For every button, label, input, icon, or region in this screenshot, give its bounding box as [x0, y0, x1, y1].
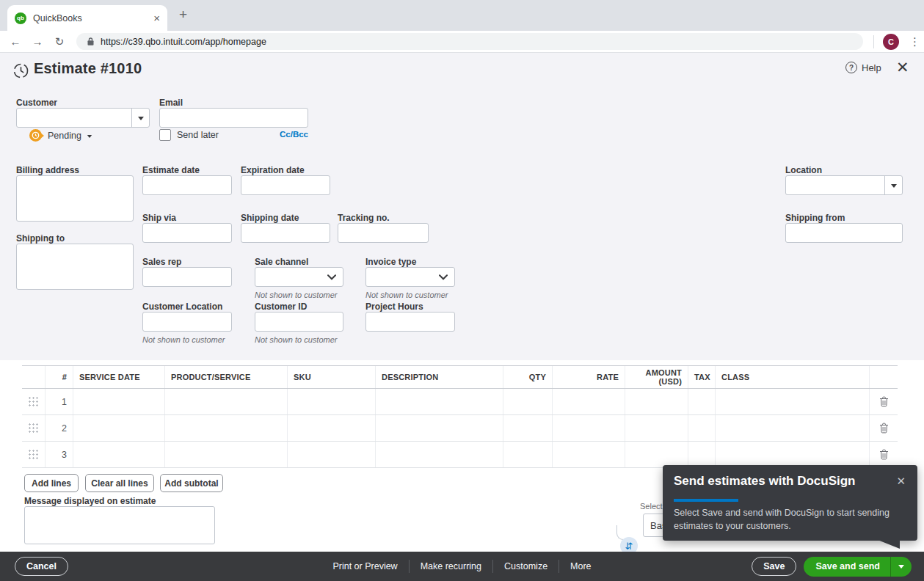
- qty-cell[interactable]: [503, 389, 553, 414]
- drag-handle-icon[interactable]: [28, 449, 39, 460]
- save-and-send-button[interactable]: Save and send: [804, 557, 912, 577]
- delete-row-button[interactable]: [870, 442, 898, 467]
- cc-bcc-link[interactable]: Cc/Bcc: [255, 130, 308, 139]
- customer-location-label: Customer Location: [142, 302, 222, 312]
- save-button[interactable]: Save: [752, 557, 796, 576]
- class-cell[interactable]: [716, 415, 870, 441]
- print-or-preview-button[interactable]: Print or Preview: [321, 561, 408, 571]
- shipping-to-field[interactable]: [16, 244, 134, 290]
- billing-address-field[interactable]: [16, 175, 134, 222]
- project-hours-field[interactable]: [365, 312, 455, 332]
- delete-row-button[interactable]: [870, 389, 898, 414]
- lock-icon: [87, 37, 95, 46]
- col-product-service: PRODUCT/SERVICE: [165, 366, 288, 388]
- col-description: DESCRIPTION: [376, 366, 503, 388]
- send-later-checkbox[interactable]: [159, 129, 171, 141]
- product-service-cell[interactable]: [165, 442, 288, 467]
- popup-close-icon[interactable]: ✕: [896, 475, 906, 488]
- customize-button[interactable]: Customize: [493, 561, 559, 571]
- email-field[interactable]: [159, 108, 308, 128]
- rate-cell[interactable]: [553, 442, 625, 467]
- estimate-date-field[interactable]: [142, 175, 232, 195]
- screen: qb QuickBooks × + ← → ↻ https://c39.qbo.…: [0, 0, 924, 581]
- more-button[interactable]: More: [559, 561, 602, 571]
- tracking-no-field[interactable]: [338, 223, 429, 243]
- service-date-cell[interactable]: [73, 442, 165, 467]
- footer-bar: Cancel Print or Preview Make recurring C…: [0, 552, 924, 581]
- sale-channel-note: Not shown to customer: [255, 290, 338, 299]
- help-button[interactable]: ? Help: [845, 62, 881, 73]
- tab-close-icon[interactable]: ×: [153, 12, 160, 23]
- new-tab-button[interactable]: +: [179, 7, 187, 23]
- description-cell[interactable]: [376, 415, 503, 441]
- refresh-icon[interactable]: ↻: [48, 35, 70, 48]
- shipping-date-field[interactable]: [241, 223, 330, 243]
- project-hours-label: Project Hours: [365, 302, 423, 312]
- estimate-form-pane: [0, 53, 924, 360]
- browser-tab[interactable]: qb QuickBooks ×: [7, 5, 167, 31]
- clear-all-lines-button[interactable]: Clear all lines: [85, 474, 154, 492]
- delete-row-button[interactable]: [870, 415, 898, 441]
- chevron-down-icon: [327, 274, 336, 280]
- status-badge[interactable]: Pending: [29, 129, 92, 142]
- tax-cell[interactable]: [688, 442, 716, 467]
- shipping-date-label: Shipping date: [241, 213, 299, 223]
- col-class: CLASS: [716, 366, 870, 388]
- shipping-from-field[interactable]: [785, 223, 903, 243]
- history-icon[interactable]: [12, 62, 29, 82]
- service-date-cell[interactable]: [73, 389, 165, 414]
- browser-menu-icon[interactable]: ⋮: [909, 35, 920, 48]
- expiration-date-field[interactable]: [241, 175, 330, 195]
- table-row[interactable]: 3: [22, 442, 898, 468]
- tax-cell[interactable]: [688, 415, 716, 441]
- dropdown-caret-icon: [884, 176, 902, 194]
- customer-dropdown[interactable]: [16, 108, 150, 128]
- drag-handle-icon[interactable]: [28, 396, 39, 407]
- tax-cell[interactable]: [688, 389, 716, 414]
- customer-id-field[interactable]: [255, 312, 343, 332]
- browser-avatar[interactable]: C: [883, 34, 899, 50]
- add-lines-button[interactable]: Add lines: [24, 474, 79, 492]
- rate-cell[interactable]: [553, 415, 625, 441]
- sales-rep-field[interactable]: [142, 267, 232, 287]
- ship-via-field[interactable]: [142, 223, 232, 243]
- table-row[interactable]: 1: [22, 389, 898, 415]
- cancel-button[interactable]: Cancel: [15, 557, 68, 576]
- description-cell[interactable]: [376, 442, 503, 467]
- make-recurring-button[interactable]: Make recurring: [410, 561, 492, 571]
- class-cell[interactable]: [716, 442, 870, 467]
- drag-handle-icon[interactable]: [28, 423, 39, 434]
- description-cell[interactable]: [376, 389, 503, 414]
- class-cell[interactable]: [716, 389, 870, 414]
- table-header-row: # SERVICE DATE PRODUCT/SERVICE SKU DESCR…: [22, 365, 898, 389]
- amount-cell[interactable]: [625, 442, 688, 467]
- qty-cell[interactable]: [503, 442, 553, 467]
- customer-location-field[interactable]: [142, 312, 232, 332]
- close-icon[interactable]: ✕: [896, 59, 909, 76]
- product-service-cell[interactable]: [165, 389, 288, 414]
- send-later-option[interactable]: Send later: [159, 129, 219, 141]
- location-label: Location: [785, 165, 822, 175]
- message-field[interactable]: [24, 506, 215, 544]
- add-subtotal-button[interactable]: Add subtotal: [160, 474, 223, 492]
- sku-cell[interactable]: [288, 389, 376, 414]
- trash-icon: [879, 396, 889, 407]
- rate-cell[interactable]: [553, 389, 625, 414]
- invoice-type-select[interactable]: [365, 267, 455, 287]
- amount-cell[interactable]: [625, 389, 688, 414]
- table-row[interactable]: 2: [22, 415, 898, 442]
- location-dropdown[interactable]: [785, 175, 903, 195]
- sku-cell[interactable]: [288, 415, 376, 441]
- line-items-table: # SERVICE DATE PRODUCT/SERVICE SKU DESCR…: [22, 365, 898, 468]
- back-icon[interactable]: ←: [4, 35, 26, 48]
- qty-cell[interactable]: [503, 415, 553, 441]
- sale-channel-label: Sale channel: [255, 257, 308, 267]
- product-service-cell[interactable]: [165, 415, 288, 441]
- sale-channel-select[interactable]: [255, 267, 343, 287]
- save-options-caret-icon[interactable]: [891, 561, 912, 571]
- sku-cell[interactable]: [288, 442, 376, 467]
- service-date-cell[interactable]: [73, 415, 165, 441]
- amount-cell[interactable]: [625, 415, 688, 441]
- address-bar[interactable]: https://c39.qbo.intuit.com/app/homepage: [76, 33, 863, 50]
- forward-icon[interactable]: →: [26, 35, 48, 48]
